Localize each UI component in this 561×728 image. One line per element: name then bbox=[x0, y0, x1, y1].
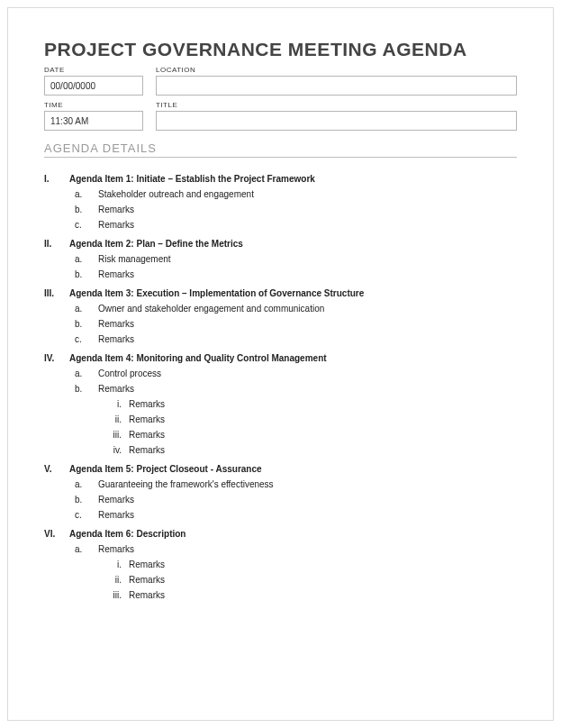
title-field-label: TITLE bbox=[156, 101, 517, 109]
agenda-sub-item: a.Remarks bbox=[75, 544, 517, 554]
agenda-sub-list: a.Guaranteeing the framework's effective… bbox=[44, 479, 517, 520]
agenda-subsub-item: iii.Remarks bbox=[105, 590, 517, 600]
agenda-item: II. Agenda Item 2: Plan – Define the Met… bbox=[44, 239, 517, 249]
agenda-sub-item: c.Remarks bbox=[75, 220, 517, 230]
agenda-subsub-item: ii.Remarks bbox=[105, 414, 517, 424]
agenda-item-number: I. bbox=[44, 174, 64, 184]
sub-item-bullet: c. bbox=[75, 510, 91, 520]
sub-item-text: Owner and stakeholder engagement and com… bbox=[98, 304, 324, 314]
subsub-item-bullet: i. bbox=[105, 560, 122, 569]
agenda-item-title: Agenda Item 5: Project Closeout - Assura… bbox=[69, 464, 262, 474]
agenda-item-number: IV. bbox=[44, 353, 64, 363]
sub-item-text: Remarks bbox=[98, 205, 134, 214]
sub-item-text: Control process bbox=[98, 369, 161, 378]
agenda-sub-item: a.Control process bbox=[75, 369, 517, 378]
sub-item-bullet: a. bbox=[75, 189, 91, 199]
sub-item-bullet: b. bbox=[75, 269, 91, 279]
agenda-item-title: Agenda Item 3: Execution – Implementatio… bbox=[69, 288, 364, 298]
agenda-subsub-list: i.Remarksii.Remarksiii.Remarksiv.Remarks bbox=[75, 399, 517, 455]
page-title: PROJECT GOVERNANCE MEETING AGENDA bbox=[44, 39, 517, 60]
sub-item-text: Guaranteeing the framework's effectivene… bbox=[98, 479, 274, 489]
agenda-item-title: Agenda Item 4: Monitoring and Quality Co… bbox=[69, 353, 327, 363]
agenda-item: I.Agenda Item 1: Initiate – Establish th… bbox=[44, 174, 517, 184]
location-input[interactable] bbox=[156, 76, 517, 96]
agenda-sub-list: a.Stakeholder outreach and engagementb.R… bbox=[44, 189, 517, 230]
location-label: LOCATION bbox=[156, 66, 517, 74]
meta-row-2: TIME TITLE bbox=[44, 101, 517, 131]
subsub-item-text: Remarks bbox=[129, 575, 165, 585]
agenda-item-number: III. bbox=[44, 288, 64, 298]
date-input[interactable] bbox=[44, 76, 143, 96]
title-input[interactable] bbox=[156, 111, 517, 131]
agenda-sub-item: a.Stakeholder outreach and engagement bbox=[75, 189, 517, 199]
agenda-item: VI.Agenda Item 6: Description bbox=[44, 529, 517, 539]
agenda-item: V.Agenda Item 5: Project Closeout - Assu… bbox=[44, 464, 517, 474]
location-column: LOCATION bbox=[156, 66, 517, 96]
agenda-sub-list: a.Remarksi.Remarksii.Remarksiii.Remarks bbox=[44, 544, 517, 600]
sub-item-text: Remarks bbox=[98, 269, 134, 279]
agenda-subsub-item: iv.Remarks bbox=[105, 445, 517, 455]
agenda-subsub-item: i.Remarks bbox=[105, 560, 517, 569]
agenda-item-title: Agenda Item 2: Plan – Define the Metrics bbox=[69, 239, 243, 249]
agenda-item-number: V. bbox=[44, 464, 64, 474]
agenda-sub-item: c.Remarks bbox=[75, 510, 517, 520]
sub-item-bullet: a. bbox=[75, 369, 91, 378]
title-field-column: TITLE bbox=[156, 101, 517, 131]
agenda-item: IV.Agenda Item 4: Monitoring and Quality… bbox=[44, 353, 517, 363]
sub-item-text: Remarks bbox=[98, 495, 134, 505]
time-label: TIME bbox=[44, 101, 143, 109]
section-header: AGENDA DETAILS bbox=[44, 141, 517, 155]
agenda-subsub-list: i.Remarksii.Remarksiii.Remarks bbox=[75, 560, 517, 600]
agenda-sub-item: b.Remarks bbox=[75, 269, 517, 279]
time-input[interactable] bbox=[44, 111, 143, 131]
sub-item-text: Stakeholder outreach and engagement bbox=[98, 189, 254, 199]
sub-item-text: Remarks bbox=[98, 334, 134, 344]
document-page: PROJECT GOVERNANCE MEETING AGENDA DATE L… bbox=[7, 7, 554, 721]
agenda-sub-item: b.Remarks bbox=[75, 495, 517, 505]
subsub-item-text: Remarks bbox=[129, 414, 165, 424]
subsub-item-bullet: i. bbox=[105, 399, 122, 409]
time-column: TIME bbox=[44, 101, 143, 131]
sub-item-text: Risk management bbox=[98, 254, 171, 264]
sub-item-bullet: a. bbox=[75, 254, 91, 264]
agenda-sub-list: a.Owner and stakeholder engagement and c… bbox=[44, 304, 517, 344]
agenda-sub-item: a.Guaranteeing the framework's effective… bbox=[75, 479, 517, 489]
sub-item-bullet: b. bbox=[75, 205, 91, 214]
section-rule bbox=[44, 157, 517, 158]
subsub-item-bullet: ii. bbox=[105, 414, 122, 424]
agenda-sub-item: b.Remarks bbox=[75, 319, 517, 329]
agenda-sub-item: a.Owner and stakeholder engagement and c… bbox=[75, 304, 517, 314]
agenda-item-number: II. bbox=[44, 239, 64, 249]
date-column: DATE bbox=[44, 66, 143, 96]
agenda-item-number: VI. bbox=[44, 529, 64, 539]
subsub-item-text: Remarks bbox=[129, 560, 165, 569]
sub-item-bullet: b. bbox=[75, 495, 91, 505]
subsub-item-text: Remarks bbox=[129, 590, 165, 600]
date-label: DATE bbox=[44, 66, 143, 74]
sub-item-bullet: a. bbox=[75, 479, 91, 489]
agenda-subsub-item: i.Remarks bbox=[105, 399, 517, 409]
sub-item-bullet: a. bbox=[75, 544, 91, 554]
agenda-sub-list: a.Control processb.Remarksi.Remarksii.Re… bbox=[44, 369, 517, 455]
agenda-details: I.Agenda Item 1: Initiate – Establish th… bbox=[44, 174, 517, 600]
sub-item-text: Remarks bbox=[98, 384, 134, 394]
agenda-subsub-item: ii.Remarks bbox=[105, 575, 517, 585]
agenda-sub-list: a.Risk managementb.Remarks bbox=[44, 254, 517, 279]
sub-item-bullet: b. bbox=[75, 384, 91, 394]
sub-item-bullet: c. bbox=[75, 334, 91, 344]
sub-item-text: Remarks bbox=[98, 220, 134, 230]
agenda-sub-item: b.Remarks bbox=[75, 384, 517, 394]
agenda-item: III.Agenda Item 3: Execution – Implement… bbox=[44, 288, 517, 298]
meta-row-1: DATE LOCATION bbox=[44, 66, 517, 96]
subsub-item-bullet: iii. bbox=[105, 430, 122, 440]
sub-item-text: Remarks bbox=[98, 319, 134, 329]
sub-item-bullet: a. bbox=[75, 304, 91, 314]
sub-item-bullet: c. bbox=[75, 220, 91, 230]
agenda-sub-item: b.Remarks bbox=[75, 205, 517, 214]
subsub-item-bullet: ii. bbox=[105, 575, 122, 585]
sub-item-bullet: b. bbox=[75, 319, 91, 329]
subsub-item-text: Remarks bbox=[129, 445, 165, 455]
subsub-item-bullet: iii. bbox=[105, 590, 122, 600]
agenda-item-title: Agenda Item 6: Description bbox=[69, 529, 185, 539]
agenda-item-title: Agenda Item 1: Initiate – Establish the … bbox=[69, 174, 315, 184]
